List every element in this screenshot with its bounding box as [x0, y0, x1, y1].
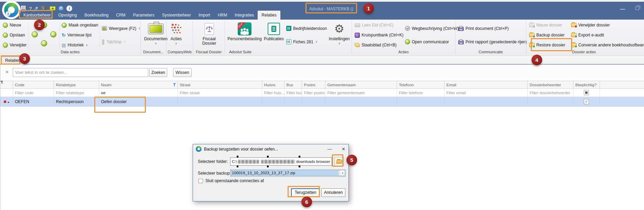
weergave-button[interactable]: Weergave (F2)∨ [101, 25, 141, 32]
filter-dossierbeheerder[interactable]: Filter dossierbeheerder [527, 89, 573, 97]
lees-eid-button[interactable]: Lees Eid (Ctrl+E) [354, 22, 404, 29]
bell-icon[interactable] [59, 6, 63, 10]
filter-email[interactable]: Filter email [444, 89, 527, 97]
filter-telefoon[interactable]: Filter telefoon [397, 89, 444, 97]
open-communicator-button[interactable]: Open communicator [404, 38, 455, 45]
row-expand-icon[interactable]: ▸ [8, 100, 10, 104]
selection-handle[interactable] [299, 166, 300, 167]
add-window-icon[interactable]: + [50, 6, 56, 11]
column-header-bus[interactable]: Bus [284, 81, 302, 89]
dialog-minimize-icon[interactable]: — [328, 146, 332, 152]
filter-postnr[interactable]: Filter postnr. [302, 89, 325, 97]
folder-path-field[interactable]: C:\downloads browser [230, 157, 332, 166]
filter-code[interactable]: Filter code [13, 89, 54, 97]
export-eaudit-button[interactable]: Export e-audit [570, 32, 641, 38]
filter-btwplichtig[interactable] [573, 89, 600, 97]
close-connections-checkbox[interactable] [198, 179, 203, 183]
filter-straat[interactable]: Filter straat [178, 89, 262, 97]
tab-hrm[interactable]: HRM [214, 11, 231, 20]
cell-huisnr[interactable] [262, 97, 284, 107]
app-logo[interactable]: a [2, 1, 21, 19]
publicaties-button[interactable]: Publicaties [262, 21, 285, 49]
cell-btwplichtig[interactable]: ✓ [573, 97, 600, 107]
cell-code[interactable]: OEFEN [13, 97, 54, 107]
instellingen-button[interactable]: ⚙ Instellingen ∨ [328, 21, 351, 49]
selection-handle[interactable] [299, 156, 300, 157]
maak-ongedaan-button[interactable]: ↶Maak ongedaan [61, 22, 99, 29]
dialog-title-bar[interactable]: Backup terugzetten voor dossier oefen...… [193, 144, 348, 154]
cell-relatietype[interactable]: Rechtspersoon [54, 97, 99, 107]
tab-systeembeheer[interactable]: Systeembeheer [158, 11, 195, 20]
selection-handle[interactable] [267, 156, 269, 157]
indeterminate-checkbox[interactable] [584, 90, 589, 95]
search-input[interactable] [13, 68, 148, 77]
column-header-postnr[interactable]: Postnr. [302, 81, 325, 89]
backup-select-combobox[interactable]: 100019_13_10_2023_13_37_17.zip ▼ [230, 169, 346, 177]
cell-naam[interactable]: Oefen dossier [99, 97, 178, 107]
terugzetten-button[interactable]: Terugzetten [291, 188, 320, 197]
cell-gemeentenaam[interactable] [325, 97, 397, 107]
backup-dossier-button[interactable]: Backup dossier [528, 32, 570, 38]
cell-bus[interactable] [284, 97, 302, 107]
info-icon[interactable]: i [66, 5, 72, 11]
combo-dropdown-icon[interactable]: ▼ [340, 170, 345, 176]
staatsblad-button[interactable]: Staatsblad (Ctrl+B) [354, 42, 404, 48]
column-header-relatietype[interactable]: Relatietype [54, 81, 99, 89]
cell-straat[interactable] [178, 97, 262, 107]
vernieuw-lijst-button[interactable]: ↻Vernieuw lijst [61, 32, 99, 38]
search-clear-icon[interactable]: ✕ [5, 69, 9, 75]
column-header-email[interactable]: Email [444, 81, 527, 89]
column-header-btwplichtig[interactable]: Btwplichtig? [573, 81, 600, 89]
column-header-straat[interactable]: Straat [178, 81, 262, 89]
selection-handle[interactable] [237, 156, 238, 157]
conversie-button[interactable]: Conversie andere boekhoudsoftware∨ [570, 42, 641, 48]
selection-handle[interactable] [237, 166, 238, 167]
row-delete-icon[interactable]: ✖ [3, 100, 7, 104]
fiches-281-button[interactable]: Fiches 281∨ [285, 38, 328, 45]
cell-dossierbeheerder[interactable] [527, 97, 573, 107]
nieuw-dossier-button[interactable]: Nieuw dossier [528, 22, 570, 29]
kruispuntbank-button[interactable]: •Kruispuntbank (Ctrl+K) [354, 32, 404, 38]
selection-handle[interactable] [267, 166, 269, 167]
historiek-button[interactable]: ▤Historiek∨ [61, 42, 99, 48]
filter-relatietype[interactable]: Filter relatietype [54, 89, 99, 97]
documenten-button[interactable]: Documenten ∨ [142, 21, 169, 49]
nav-left-icon[interactable]: ◄ [32, 31, 38, 37]
opslaan-button[interactable]: Opslaan [2, 32, 28, 38]
cell-postnr[interactable] [302, 97, 325, 107]
nav-right-icon[interactable]: ► [50, 31, 56, 37]
filter-bus[interactable]: Filter bus [284, 89, 302, 97]
column-header-dossierbeheerder[interactable]: Dossierbeheerder [527, 81, 573, 89]
column-header-telefoon[interactable]: Telefoon [397, 81, 444, 89]
wissen-button[interactable]: Wissen [173, 68, 192, 77]
verwijder-button[interactable]: Verwijder [2, 42, 28, 48]
help-icon[interactable]: ? [29, 5, 32, 11]
filter-huisnr[interactable]: Filter huis... [262, 89, 284, 97]
wegbeschrijving-button[interactable]: Wegbeschrijving (Ctrl+W) [404, 25, 455, 32]
download-icon[interactable]: ↓ [41, 5, 46, 11]
row-selector-cell[interactable]: ✖▸ [0, 97, 13, 107]
column-header-huisnr[interactable]: Huisnr. [262, 81, 284, 89]
tab-relaties[interactable]: Relaties [258, 11, 280, 20]
tab-integraties[interactable]: Integraties [231, 11, 258, 20]
checked-checkbox[interactable]: ✓ [584, 99, 589, 104]
tab-parameters[interactable]: Parameters [129, 11, 158, 20]
cell-telefoon[interactable] [397, 97, 444, 107]
restore-icon[interactable] [635, 7, 639, 10]
tab-import[interactable]: Import [195, 11, 214, 20]
verwijder-dossier-button[interactable]: Verwijder dossier [570, 22, 641, 29]
restore-dossier-button[interactable]: Restore dossier [528, 42, 570, 48]
fiscaal-dossier-button[interactable]: Fiscaal Dossier [195, 21, 224, 49]
tab-boekhouding[interactable]: Boekhouding [80, 11, 112, 20]
pin-icon[interactable] [35, 7, 37, 10]
column-header-code[interactable]: Code [13, 81, 54, 89]
cell-email[interactable] [444, 97, 527, 107]
calculator-icon[interactable] [21, 5, 26, 11]
browse-folder-button[interactable] [334, 157, 344, 166]
nav-down-icon[interactable]: ▼ [41, 40, 47, 46]
zoeken-button[interactable]: Zoeken [149, 68, 167, 77]
annuleren-button[interactable]: Annuleren [321, 188, 345, 197]
acties-button[interactable]: Acties ∨ [168, 21, 184, 49]
nieuw-button[interactable]: Nieuw [2, 22, 28, 29]
tab-crm[interactable]: CRM [112, 11, 129, 20]
